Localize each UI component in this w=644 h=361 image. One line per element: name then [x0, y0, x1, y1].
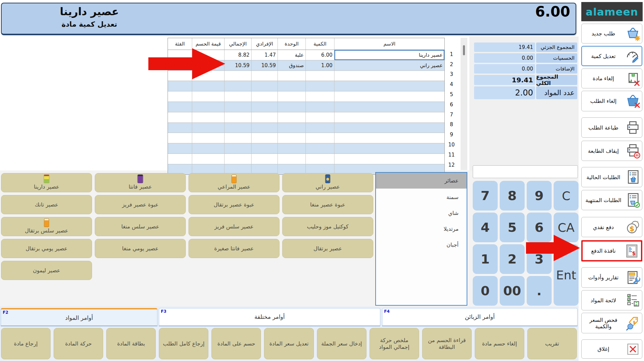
edit-item-price-button[interactable]: تعديل سعر المادة: [264, 328, 314, 359]
numpad-key-1[interactable]: 1: [473, 244, 498, 274]
numpad-key-4[interactable]: 4: [473, 213, 498, 242]
product-button[interactable]: عصير دارينا: [1, 173, 92, 192]
selected-product-title: عصير دارينا: [15, 5, 164, 18]
return-item-button[interactable]: إرجاع مادة: [1, 328, 51, 359]
product-button[interactable]: عصير تانك: [1, 195, 92, 214]
pos-app: عصير دارينا تعديل كمية مادة 6.00 alameen…: [0, 0, 644, 361]
numpad-key-clear[interactable]: C: [554, 181, 579, 211]
payment-window-button[interactable]: نافذة الدفع $: [581, 240, 642, 261]
finished-orders-button[interactable]: الطلبات المنتهية: [581, 190, 642, 210]
grand-total-label: المجموع الكلي: [536, 75, 577, 85]
edit-quantity-button[interactable]: تعديل كمية: [581, 46, 642, 66]
category-item[interactable]: سمنة: [376, 189, 467, 205]
red-arrow-row-pointer: [148, 48, 225, 79]
product-button[interactable]: عصير ليمون: [1, 261, 92, 280]
numpad-key-5[interactable]: 5: [500, 213, 525, 242]
product-button[interactable]: عصير سلس منغا: [95, 217, 186, 236]
items-list-button[interactable]: لائحة المواد: [581, 290, 642, 310]
numpad-key-00[interactable]: 00: [500, 276, 525, 306]
table-row-empty[interactable]: [168, 133, 444, 143]
product-button[interactable]: عصير يومي منغا: [95, 239, 186, 258]
cancel-item-discount-button[interactable]: إلغاء حسم مادة: [475, 328, 524, 359]
table-row-empty[interactable]: [168, 81, 444, 91]
tab-item-commands[interactable]: F2 أوامر المواد: [1, 308, 157, 326]
table-row-empty[interactable]: [168, 102, 444, 112]
product-button[interactable]: عبوة عصير فريز: [95, 195, 186, 214]
scrollbar-thumb[interactable]: [463, 45, 465, 55]
svg-text:$: $: [630, 224, 635, 233]
product-button[interactable]: عصير برتقال: [282, 239, 373, 258]
product-button[interactable]: عصير فانتا: [95, 173, 186, 192]
enter-wholesale-price-button[interactable]: إدخال سعر الجملة: [317, 328, 367, 359]
table-row-empty[interactable]: [168, 143, 444, 154]
numpad-key-0[interactable]: 0: [473, 276, 498, 306]
product-button[interactable]: عصير سلس برتقال: [1, 217, 92, 236]
discounts-value: 0.00: [474, 53, 535, 63]
close-button[interactable]: إغلاق: [581, 339, 642, 359]
tab-misc-commands[interactable]: F3 أوامر مختلفة: [159, 308, 380, 326]
red-arrow-payment-pointer: [526, 235, 580, 261]
table-row-empty[interactable]: [168, 154, 444, 164]
current-orders-button[interactable]: الطلبات الحالية: [581, 167, 642, 187]
item-movement-button[interactable]: حركة المادة: [54, 328, 103, 359]
item-commands-bar: إرجاع مادة حركة المادة بطاقة المادة إرجا…: [1, 328, 577, 359]
numpad-key-7[interactable]: 7: [473, 181, 498, 211]
product-button[interactable]: عصير المراعي: [188, 173, 280, 192]
tab-customer-commands[interactable]: F4 أوامر الزبائن: [382, 308, 578, 326]
additions-label: الإضافات: [536, 64, 577, 74]
cancel-order-button[interactable]: إلغاء الطلب: [581, 91, 642, 111]
item-discount-button[interactable]: حسم على المادة: [211, 328, 261, 359]
price-quantity-check-button[interactable]: فحص السعر والكمية $: [581, 313, 642, 333]
report-wrench-icon: [624, 270, 641, 286]
return-full-order-button[interactable]: إرجاع كامل الطلب: [159, 328, 208, 359]
orders-list-icon: [624, 169, 641, 185]
col-header-discount: قيمة الحسم: [192, 38, 224, 50]
category-item[interactable]: أجبان: [376, 237, 467, 253]
product-button[interactable]: عصير سلس فريز: [188, 217, 280, 236]
table-scrollbar[interactable]: [461, 38, 467, 170]
category-list: عصائر سمنة شاي مرتديلا أجبان: [375, 172, 467, 306]
price-tag-magnifier-icon: $: [624, 315, 641, 331]
new-order-button[interactable]: طلب جديد: [581, 24, 642, 44]
summary-additions-row: 0.00 الإضافات: [474, 64, 577, 74]
table-row-empty[interactable]: [168, 91, 444, 102]
reports-tools-button[interactable]: تقارير وأدوات: [581, 267, 642, 288]
box-red-x-icon: [624, 71, 641, 87]
category-item[interactable]: شاي: [376, 205, 467, 221]
product-button[interactable]: كوكتيل موز وحليب: [282, 217, 373, 236]
product-button[interactable]: عبوة عصير برتقال: [188, 195, 280, 214]
stop-printer-button[interactable]: إيقاف الطابعة: [581, 141, 642, 161]
subtotal-value: 19.41: [474, 43, 535, 52]
product-buttons-grid: عصير دارينا عصير فانتا عصير المراعي عصير…: [1, 173, 373, 280]
basket-red-x-icon: [624, 93, 641, 109]
numpad-key-2[interactable]: 2: [500, 244, 525, 274]
rounding-button[interactable]: تقريب: [527, 328, 577, 359]
product-button[interactable]: عصير فانتا صغيرة: [188, 239, 280, 258]
selected-name-cell[interactable]: عصير دارينا: [334, 50, 444, 60]
printer-icon: [624, 119, 641, 136]
discounts-label: الحسميات: [536, 53, 577, 63]
cancel-item-button[interactable]: إلغاء مادة: [581, 68, 642, 88]
product-button[interactable]: عصير يومي برتقال: [1, 239, 92, 258]
numpad-key-9[interactable]: 9: [527, 181, 552, 211]
product-button[interactable]: عصير راني: [282, 173, 373, 192]
category-item-selected[interactable]: عصائر: [376, 173, 467, 189]
cash-payment-button[interactable]: دفع نقدي $: [581, 217, 642, 237]
table-row-empty[interactable]: [168, 112, 444, 123]
numpad-key-8[interactable]: 8: [500, 181, 525, 211]
numpad-key-dot[interactable]: .: [527, 276, 552, 306]
order-header-panel: عصير دارينا تعديل كمية مادة 6.00: [1, 3, 576, 35]
category-item[interactable]: مرتديلا: [376, 221, 467, 237]
product-button[interactable]: عبوة عصير منغا: [282, 195, 373, 214]
juice-can-icon: [325, 174, 330, 183]
col-header-category: الفئة: [168, 38, 192, 50]
print-order-button[interactable]: طباعة الطلب: [581, 117, 642, 138]
items-movement-summary-button[interactable]: ملخص حركة إجمالي المواد: [370, 328, 419, 359]
payment-receipt-icon: $: [623, 243, 640, 259]
col-header-qty: الكمية: [305, 38, 334, 50]
col-header-name: الاسم: [334, 38, 444, 50]
entry-display-bar[interactable]: [473, 165, 578, 178]
table-row-empty[interactable]: [168, 123, 444, 133]
item-card-button[interactable]: بطاقة المادة: [106, 328, 156, 359]
read-discount-from-card-button[interactable]: قراءة الحسم من البطاقة: [422, 328, 472, 359]
